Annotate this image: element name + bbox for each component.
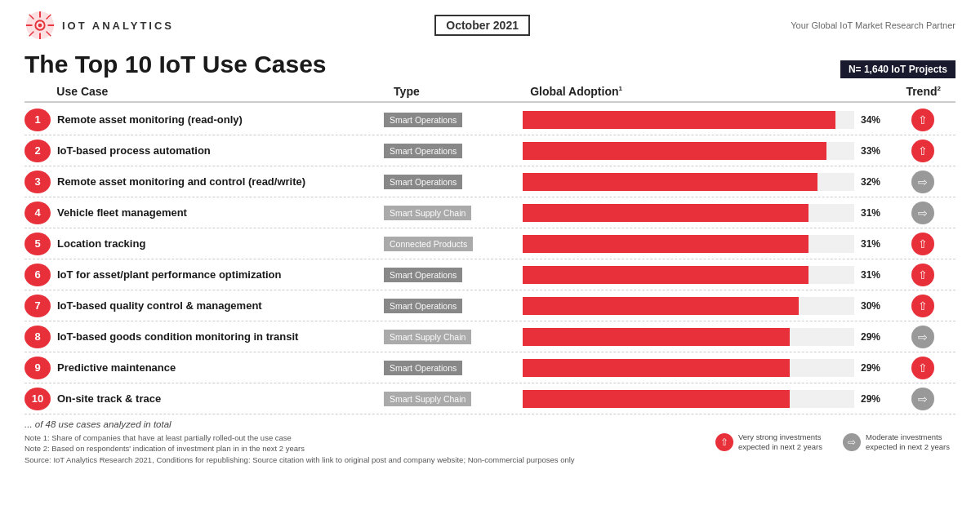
bar-track (523, 390, 854, 408)
table-row: 6 IoT for asset/plant performance optimi… (24, 259, 956, 290)
bar-percentage: 31% (861, 207, 890, 219)
row-number: 7 (24, 295, 51, 317)
row-number: 6 (24, 264, 51, 286)
n-badge: N= 1,640 IoT Projects (840, 60, 956, 78)
bar-track (523, 297, 854, 315)
note2-text: Note 2: Based on respondents' indication… (24, 443, 691, 454)
table-row: 3 Remote asset monitoring and control (r… (24, 166, 956, 197)
trend-icon-strong: ⇧ (911, 233, 934, 255)
bar-fill (523, 173, 817, 191)
row-type-cell: Smart Operations (384, 267, 523, 282)
trend-icon-strong: ⇧ (911, 140, 934, 162)
bar-fill (523, 328, 790, 346)
type-badge: Smart Supply Chain (384, 206, 471, 220)
type-badge: Smart Operations (384, 361, 462, 375)
bar-track (523, 204, 854, 222)
bar-fill (523, 235, 808, 253)
row-number: 3 (24, 171, 51, 193)
row-trend-cell: ⇧ (890, 140, 956, 162)
legend-icon: ⇧ (715, 433, 733, 451)
row-number: 8 (24, 326, 51, 348)
tagline: Your Global IoT Market Research Partner (791, 20, 956, 30)
date-badge: October 2021 (434, 15, 530, 36)
bar-percentage: 29% (861, 331, 890, 343)
source-text: Source: IoT Analytics Research 2021, Con… (24, 454, 691, 465)
row-trend-cell: ⇧ (890, 233, 956, 255)
footer-analyzed-text: ... of 48 use cases analyzed in total (24, 419, 956, 429)
bar-percentage: 30% (861, 300, 890, 312)
row-type-cell: Smart Supply Chain (384, 205, 523, 220)
type-badge: Smart Operations (384, 175, 462, 189)
bar-fill (523, 111, 835, 129)
row-usecase-name: Remote asset monitoring and control (rea… (57, 175, 384, 188)
row-bar-cell: 29% (523, 390, 890, 408)
col-header-type: Type (394, 85, 530, 98)
row-bar-cell: 34% (523, 111, 890, 129)
table-row: 7 IoT-based quality control & management… (24, 290, 956, 321)
page-container: IOT ANALYTICS October 2021 Your Global I… (0, 0, 980, 514)
bar-percentage: 31% (861, 238, 890, 250)
trend-label: Trend (906, 85, 937, 98)
row-trend-cell: ⇧ (890, 295, 956, 317)
row-type-cell: Smart Operations (384, 112, 523, 127)
trend-superscript: 2 (938, 85, 941, 92)
title-section: The Top 10 IoT Use Cases N= 1,640 IoT Pr… (24, 51, 956, 78)
table-row: 5 Location tracking Connected Products 3… (24, 228, 956, 259)
row-bar-cell: 29% (523, 359, 890, 377)
trend-icon-moderate: ⇨ (911, 326, 934, 348)
trend-icon-strong: ⇧ (911, 264, 934, 286)
bar-percentage: 29% (861, 362, 890, 374)
bar-percentage: 32% (861, 176, 890, 188)
row-trend-cell: ⇧ (890, 109, 956, 131)
bar-track (523, 266, 854, 284)
row-trend-cell: ⇧ (890, 357, 956, 379)
row-number: 10 (24, 388, 51, 410)
row-usecase-name: IoT for asset/plant performance optimiza… (57, 268, 384, 281)
row-type-cell: Smart Operations (384, 360, 523, 375)
bar-fill (523, 266, 808, 284)
row-usecase-name: IoT-based process automation (57, 144, 384, 157)
logo-area: IOT ANALYTICS (24, 10, 174, 41)
row-trend-cell: ⇧ (890, 264, 956, 286)
trend-icon-strong: ⇧ (911, 295, 934, 317)
svg-point-2 (38, 24, 42, 28)
row-bar-cell: 32% (523, 173, 890, 191)
row-type-cell: Smart Supply Chain (384, 329, 523, 344)
row-type-cell: Connected Products (384, 236, 523, 251)
trend-icon-moderate: ⇨ (911, 202, 934, 224)
row-usecase-name: Predictive maintenance (57, 361, 384, 374)
bar-fill (523, 297, 799, 315)
footer-notes: Note 1: Share of companies that have at … (24, 432, 956, 465)
row-type-cell: Smart Operations (384, 174, 523, 189)
type-badge: Smart Operations (384, 268, 462, 282)
type-badge: Smart Operations (384, 113, 462, 127)
bar-fill (523, 359, 790, 377)
column-headers: Use Case Type Global Adoption1 Trend2 (24, 82, 956, 103)
trend-icon-moderate: ⇨ (911, 171, 934, 193)
row-number: 2 (24, 140, 51, 162)
row-trend-cell: ⇨ (890, 388, 956, 410)
row-number: 1 (24, 109, 51, 131)
legend: ⇧ Very strong investments expected in ne… (715, 432, 956, 453)
page-title: The Top 10 IoT Use Cases (24, 51, 327, 78)
row-bar-cell: 33% (523, 142, 890, 160)
legend-item: ⇧ Very strong investments expected in ne… (715, 432, 828, 453)
note1-text: Note 1: Share of companies that have at … (24, 432, 691, 443)
row-number: 4 (24, 202, 51, 224)
bar-percentage: 31% (861, 269, 890, 281)
bar-track (523, 111, 854, 129)
adoption-label: Global Adoption (530, 85, 618, 98)
trend-icon-strong: ⇧ (911, 109, 934, 131)
row-bar-cell: 31% (523, 266, 890, 284)
row-number: 5 (24, 233, 51, 255)
row-usecase-name: Vehicle fleet management (57, 206, 384, 219)
bar-fill (523, 390, 790, 408)
type-badge: Smart Operations (384, 299, 462, 313)
table-row: 8 IoT-based goods condition monitoring i… (24, 321, 956, 352)
type-badge: Connected Products (384, 237, 473, 251)
col-header-trend: Trend2 (891, 85, 956, 98)
legend-text: Moderate investments expected in next 2 … (866, 432, 956, 453)
legend-item: ⇨ Moderate investments expected in next … (843, 432, 956, 453)
bar-track (523, 173, 854, 191)
bar-track (523, 359, 854, 377)
